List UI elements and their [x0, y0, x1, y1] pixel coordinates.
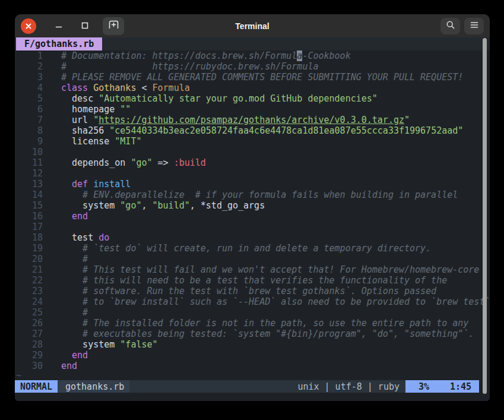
code-text: # Documentation: https://docs.brew.sh/Fo… [61, 50, 490, 61]
line-number: 8 [15, 125, 46, 136]
line-number: 22 [15, 275, 46, 286]
tab-gothanks[interactable]: F/gothanks.rb [16, 37, 102, 50]
window-title: Terminal [235, 21, 269, 31]
code-line: 30end [15, 361, 490, 371]
line-number: 19 [15, 243, 46, 254]
titlebar[interactable]: Terminal [15, 14, 490, 37]
search-button[interactable] [440, 18, 460, 34]
statusline-fileinfo: unix | utf-8 | ruby [129, 380, 405, 393]
scrollbar[interactable] [482, 38, 488, 398]
line-number: 23 [15, 286, 46, 296]
code-text: # executables being tested: `system "#{b… [61, 329, 490, 339]
code-line: 19 # `test do` will create, run in and d… [15, 243, 490, 254]
line-number: 14 [15, 190, 46, 200]
line-number: 27 [15, 329, 46, 339]
code-text: # PLEASE REMOVE ALL GENERATED COMMENTS B… [61, 72, 490, 83]
code-line: 22 # this will need to be a test that ve… [15, 275, 490, 286]
line-number: 26 [15, 318, 46, 329]
code-line: 1# Documentation: https://docs.brew.sh/F… [15, 50, 490, 61]
close-button[interactable] [21, 18, 36, 34]
new-tab-icon [109, 20, 119, 31]
cursor-position: 1:45 [442, 380, 479, 393]
maximize-icon [81, 20, 88, 31]
code-text: # `test do` will create, run in and dele… [61, 243, 490, 254]
code-text: desc "Automatically star your go.mod Git… [61, 93, 490, 104]
code-text: # [61, 254, 490, 264]
line-number: 16 [15, 211, 46, 222]
line-number: 2 [15, 61, 46, 72]
line-number: 7 [15, 115, 46, 125]
code-text: # https://rubydoc.brew.sh/Formula [61, 61, 490, 72]
line-number: 15 [15, 200, 46, 211]
line-number: 13 [15, 179, 46, 190]
line-number: 11 [15, 157, 46, 168]
code-text: def install [61, 179, 490, 190]
empty-line-marker: ~ [15, 371, 490, 380]
code-editor[interactable]: 1# Documentation: https://docs.brew.sh/F… [15, 50, 490, 371]
new-tab-button[interactable] [103, 17, 124, 35]
window-controls [21, 17, 124, 35]
code-line: 11 depends_on "go" => :build [15, 157, 490, 168]
code-line: 18 test do [15, 232, 490, 243]
line-number: 17 [15, 222, 46, 232]
line-number: 6 [15, 104, 46, 115]
code-text: system "false" [61, 339, 490, 350]
line-number: 3 [15, 72, 46, 83]
line-number: 1 [15, 50, 46, 61]
code-text: # The installed folder is not in the pat… [61, 318, 490, 329]
minimize-button[interactable] [50, 18, 67, 34]
code-line: 5 desc "Automatically star your go.mod G… [15, 93, 490, 104]
code-text: url "https://github.com/psampaz/gothanks… [61, 115, 490, 125]
code-text: system "go", "build", *std_go_args [61, 200, 490, 211]
terminal-window: Terminal F/gothanks.rb 1# Documentation:… [15, 14, 490, 401]
code-line: 9 license "MIT" [15, 136, 490, 147]
line-number: 29 [15, 350, 46, 361]
line-number: 5 [15, 93, 46, 104]
line-number: 12 [15, 168, 46, 179]
menu-button[interactable] [464, 18, 484, 34]
line-number: 28 [15, 339, 46, 350]
line-number: 10 [15, 147, 46, 157]
titlebar-actions [440, 18, 484, 34]
code-text: end [61, 350, 490, 361]
statusline-filename: gothanks.rb [58, 380, 129, 393]
code-line: 8 sha256 "ce5440334b3eac2e058724faa4c6e4… [15, 125, 490, 136]
code-line: 16 end [15, 211, 490, 222]
code-line: 23 # software. Run the test with `brew t… [15, 286, 490, 296]
code-line: 2# https://rubydoc.brew.sh/Formula [15, 61, 490, 72]
code-text [61, 222, 490, 232]
code-text: homepage "" [61, 104, 490, 115]
maximize-button[interactable] [77, 18, 93, 34]
code-text: # This test will fail and we won't accep… [61, 264, 490, 275]
command-line[interactable] [15, 393, 490, 401]
code-line: 21 # This test will fail and we won't ac… [15, 264, 490, 275]
code-line: 3# PLEASE REMOVE ALL GENERATED COMMENTS … [15, 72, 490, 83]
vim-tabline: F/gothanks.rb [15, 37, 490, 50]
minimize-icon [55, 20, 62, 31]
code-line: 10 [15, 147, 490, 157]
code-line: 15 system "go", "build", *std_go_args [15, 200, 490, 211]
scrollbar-thumb[interactable] [483, 38, 487, 394]
code-text: license "MIT" [61, 136, 490, 147]
line-number: 21 [15, 264, 46, 275]
code-line: 4class Gothanks < Formula [15, 83, 490, 93]
code-line: 7 url "https://github.com/psampaz/gothan… [15, 115, 490, 125]
code-text: sha256 "ce5440334b3eac2e058724faa4c6e447… [61, 125, 490, 136]
line-number: 4 [15, 83, 46, 93]
code-line: 25 # [15, 307, 490, 318]
code-text: class Gothanks < Formula [61, 83, 490, 93]
line-number: 9 [15, 136, 46, 147]
mode-indicator: NORMAL [15, 380, 58, 393]
search-icon [446, 20, 455, 32]
vim-statusline: NORMAL gothanks.rb unix | utf-8 | ruby 3… [15, 380, 479, 393]
code-line: 29 end [15, 350, 490, 361]
code-text: # to `brew install` such as `--HEAD` als… [61, 296, 490, 307]
code-line: 13 def install [15, 179, 490, 190]
line-number: 25 [15, 307, 46, 318]
code-text [61, 147, 490, 157]
code-text: test do [61, 232, 490, 243]
code-text: # ENV.deparallelize # if your formula fa… [61, 190, 490, 200]
code-line: 26 # The installed folder is not in the … [15, 318, 490, 329]
code-line: 27 # executables being tested: `system "… [15, 329, 490, 339]
line-number: 20 [15, 254, 46, 264]
